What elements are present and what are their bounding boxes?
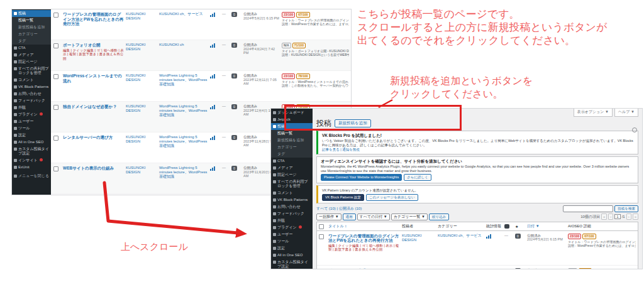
sidebar-item[interactable]: カスタム投稿タイプ設定 [271, 259, 313, 269]
author-link[interactable]: KUSUNOKI DESIGN [402, 268, 436, 269]
sidebar-item[interactable]: ツール [12, 125, 51, 132]
next-page-button[interactable]: › [626, 213, 631, 220]
sidebar-item[interactable]: VK Block Patterns [12, 84, 51, 90]
comment-count-bubble[interactable]: 0 [515, 268, 521, 269]
dates-select[interactable]: すべての日付 ▼ [357, 213, 390, 220]
sidebar-item[interactable]: インサイト [12, 157, 51, 164]
sidebar-item[interactable]: 新規投稿を追加 [271, 137, 313, 144]
sidebar-item[interactable]: メニューを閉じる [12, 173, 51, 180]
row-checkbox[interactable] [53, 105, 58, 110]
category-links[interactable]: WordPress Lightning 5 minutes lecture、Wo… [159, 104, 208, 117]
comment-count-bubble[interactable]: 0 [231, 12, 237, 17]
category-links[interactable]: WordPress Lightning 5 minutes lecture、Wo… [159, 166, 208, 179]
sidebar-item[interactable]: 投稿一覧 [271, 130, 313, 137]
category-links[interactable]: KUSUNOKI ch、サービス [438, 234, 484, 238]
bulk-actions-select[interactable]: 一括操作 ▼ [316, 213, 341, 220]
filter-all-link[interactable]: すべて (10) [316, 207, 336, 210]
stats-chart-icon[interactable] [486, 234, 502, 239]
header-title[interactable]: タイトル ↕ [328, 224, 400, 229]
post-title-link[interactable]: ポートフォリオ公開 [328, 268, 400, 269]
stats-chart-icon[interactable] [486, 268, 502, 269]
sidebar-item[interactable]: コメント [271, 190, 313, 197]
row-checkbox[interactable] [53, 13, 58, 18]
row-checkbox[interactable] [319, 269, 324, 269]
connect-monsterinsights-button[interactable]: Please Connect Your Website to MonsterIn… [321, 174, 402, 181]
sidebar-item[interactable]: 設定 [271, 245, 313, 252]
sidebar-item[interactable]: 固定ページ [271, 171, 313, 178]
comment-count-bubble[interactable]: 0 [231, 43, 237, 48]
comment-count-bubble[interactable]: 0 [231, 166, 237, 171]
post-title-link[interactable]: 独自ドメインはなぜ必要か？ [63, 104, 124, 109]
learn-more-button[interactable]: さらに詳しく [404, 174, 431, 181]
sidebar-item[interactable]: All in One SEO [271, 252, 313, 259]
author-link[interactable]: KUSUNOKI DESIGN [126, 135, 157, 144]
sidebar-item[interactable]: 投稿一覧 [12, 17, 51, 24]
row-actions[interactable]: 編集 | クイック編集 | ゴミ箱へ移動 | 表示 | 複製 | 新規下書き |… [328, 244, 400, 252]
apply-button[interactable]: 適用 [343, 213, 356, 220]
row-checkbox[interactable] [53, 136, 58, 141]
sidebar-item[interactable]: 外観 [12, 104, 51, 111]
sidebar-item[interactable]: プラグイン [12, 111, 51, 118]
status-filter-links[interactable]: すべて (10) | 公開済み (10) [316, 206, 362, 212]
filter-published-link[interactable]: 公開済み (10) [339, 207, 362, 210]
post-title-link[interactable]: WEBサイトの表示の仕組み [63, 166, 124, 171]
sidebar-item[interactable]: カテゴリー [12, 31, 51, 38]
sidebar-item[interactable]: ユーザー [12, 118, 51, 125]
sidebar-item[interactable]: CTA [271, 158, 313, 165]
sidebar-item[interactable]: 固定ページ [12, 58, 51, 65]
sidebar-item[interactable]: メディア [12, 51, 51, 58]
category-links[interactable]: WordPress Lightning 5 minutes lecture、Wo… [159, 73, 208, 87]
notice-links[interactable]: 記事を見る | 通知を無視 [322, 148, 634, 152]
select-all-checkbox[interactable] [319, 224, 324, 229]
author-link[interactable]: KUSUNOKI DESIGN [126, 73, 157, 82]
row-actions[interactable]: 編集 | クイック編集 | ゴミ箱へ移動 | 表示 | 複製 | 新規下書き |… [63, 48, 124, 61]
sidebar-item[interactable]: すべての再利用ブロックを管理 [271, 178, 313, 190]
sidebar-item[interactable]: タグ [12, 38, 51, 45]
author-link[interactable]: KUSUNOKI DESIGN [402, 234, 436, 242]
sidebar-item[interactable]: 外観 [271, 217, 313, 224]
row-checkbox[interactable] [319, 234, 324, 239]
category-links[interactable]: KUSUNOKI ch [159, 43, 208, 47]
sidebar-item[interactable]: フィードバック [271, 210, 313, 217]
sidebar-item[interactable]: 投稿 [12, 10, 51, 17]
help-button[interactable]: ヘルプ ▼ [614, 109, 638, 117]
sidebar-item[interactable]: 新規投稿を追加 [12, 24, 51, 31]
category-links[interactable]: WordPress Lightning 5 minutes lecture、Wo… [159, 135, 208, 148]
first-page-button[interactable]: « [601, 213, 607, 220]
category-links[interactable]: KUSUNOKI ch、サービス [159, 12, 208, 16]
post-title-link[interactable]: ワードプレスの管理画面のログイン方法とPWを忘れたときの再発行方法 [328, 234, 400, 243]
comment-count-bubble[interactable]: 0 [231, 135, 237, 140]
sidebar-item[interactable]: カテゴリー [271, 144, 313, 151]
sidebar-item[interactable]: すべての再利用ブロックを管理 [12, 65, 51, 77]
sidebar-item[interactable]: 設定 [12, 132, 51, 139]
comment-count-bubble[interactable]: 0 [231, 104, 237, 109]
comment-count-bubble[interactable]: 0 [515, 234, 521, 239]
sidebar-item[interactable]: VK Block Patterns [271, 197, 313, 203]
row-checkbox[interactable] [53, 74, 58, 79]
last-page-button[interactable]: » [633, 213, 638, 220]
sidebar-item[interactable]: All in One SEO [12, 139, 51, 146]
stats-chart-icon[interactable] [210, 73, 220, 78]
post-title-link[interactable]: WordPressインストールまでの流れ [63, 73, 124, 83]
post-title-link[interactable]: ポートフォリオ公開 [63, 43, 124, 48]
search-posts-button[interactable]: 投稿を検索 [614, 205, 638, 212]
category-links[interactable]: KUSUNOKI ch [438, 268, 484, 269]
comment-count-bubble[interactable]: 0 [231, 73, 237, 78]
post-title-link[interactable]: ワードプレスの管理画面のログイン方法とPWを忘れたときの再発行方法 [63, 12, 124, 26]
author-link[interactable]: KUSUNOKI DESIGN [126, 43, 157, 51]
author-link[interactable]: KUSUNOKI DESIGN [126, 166, 157, 175]
post-title-link[interactable]: レンタルサーバーの選び方 [63, 135, 124, 140]
sidebar-item[interactable]: お問い合わせ [12, 90, 51, 97]
current-page-field[interactable]: 1 [614, 214, 620, 219]
row-checkbox[interactable] [53, 43, 58, 48]
sidebar-item[interactable]: タグ [271, 151, 313, 158]
stats-chart-icon[interactable] [210, 135, 220, 140]
sidebar-item[interactable]: CTA [12, 45, 51, 51]
vk-patterns-settings-button[interactable]: VK Block Patterns 設定 [322, 194, 364, 201]
sidebar-item[interactable]: フィードバック [12, 97, 51, 104]
category-select[interactable]: カテゴリー一覧 ▼ [391, 213, 428, 220]
dismiss-message-button[interactable]: このメッセージを表示しない [366, 194, 418, 201]
prev-page-button[interactable]: ‹ [608, 213, 613, 220]
header-date[interactable]: 日付 ▼ [527, 224, 566, 229]
sidebar-item[interactable]: コメント [12, 77, 51, 84]
